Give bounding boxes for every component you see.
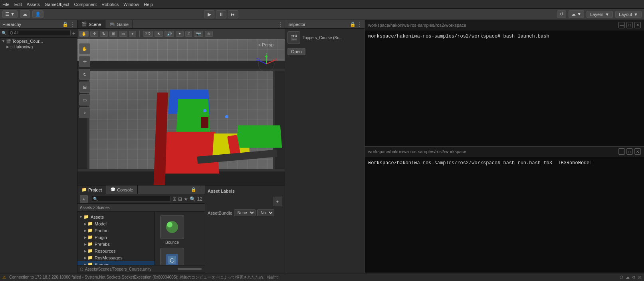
global-tool-btn[interactable]: ⌖: [79, 107, 90, 118]
hierarchy-item-label: Toppers_Cour...: [12, 39, 43, 44]
object-icon: □: [10, 45, 12, 49]
menu-item-component[interactable]: Component: [74, 2, 97, 7]
rect-tool-btn[interactable]: ▭: [79, 94, 90, 106]
asset-tree-item-assets[interactable]: ▼ 📁 Assets: [77, 213, 155, 220]
add-icon[interactable]: +: [72, 30, 75, 36]
tab-project[interactable]: 📁 Project: [77, 185, 106, 194]
more-icon[interactable]: ⋮: [199, 187, 203, 192]
persp-label: < Persp: [258, 42, 273, 47]
asset-tree-label: RosMessages: [95, 255, 123, 260]
asset-bundle-variant-dropdown[interactable]: No: [257, 209, 274, 216]
asset-tree-item-rosmessages[interactable]: ▶ 📁 RosMessages: [77, 254, 155, 261]
star-icon[interactable]: ★: [184, 196, 188, 202]
menu-item-window[interactable]: Window: [123, 2, 139, 7]
cloud-button[interactable]: ☁: [20, 10, 30, 18]
layers-chevron-icon: ▼: [605, 12, 609, 17]
menu-item-edit[interactable]: Edit: [14, 2, 22, 7]
scene-hand-tool[interactable]: ✋: [79, 31, 89, 37]
move-tool-btn[interactable]: ✛: [79, 56, 90, 67]
asset-tree-item-model[interactable]: ▶ 📁 Model: [77, 220, 155, 227]
sort-icon[interactable]: ⊟: [178, 196, 182, 202]
asset-tree-item-resources[interactable]: ▶ 📁 Resources: [77, 247, 155, 254]
account-button[interactable]: 👤: [32, 10, 44, 18]
more-icon[interactable]: ⋮: [278, 22, 283, 27]
asset-labels-content: Asset Labels + AssetBundle None No: [205, 185, 285, 219]
tab-game[interactable]: 🎮 Game: [105, 20, 133, 28]
asset-tree-item-scenes[interactable]: ▶ 📁 Scenes: [77, 261, 155, 265]
colums-icon[interactable]: ⊞: [172, 196, 176, 202]
scene-light-toggle[interactable]: ☀: [155, 31, 163, 37]
play-button[interactable]: ▶: [204, 10, 214, 18]
playmode-controls: ▶ ⏸ ⏭: [204, 10, 238, 18]
settings-icon[interactable]: ⚙: [632, 275, 636, 279]
lock-icon[interactable]: 🔒: [191, 187, 196, 192]
scene-view[interactable]: < Persp X: [77, 39, 285, 185]
add-project-button[interactable]: +: [80, 195, 88, 203]
step-button[interactable]: ⏭: [228, 10, 238, 18]
minimize-button[interactable]: —: [618, 22, 625, 28]
hand-tool-btn[interactable]: ✋: [79, 43, 90, 54]
asset-tree-label: Scenes: [95, 262, 109, 265]
menu-item-help[interactable]: Help: [144, 2, 153, 7]
undo-history-button[interactable]: ↺: [557, 10, 566, 18]
hierarchy-item-toppers[interactable]: ▼ 🎬 Toppers_Cour...: [0, 38, 77, 44]
scene-gizmos-toggle[interactable]: ⊕: [205, 31, 213, 37]
svg-point-11: [167, 222, 172, 227]
scene-scale-tool[interactable]: ⊞: [109, 31, 117, 37]
hierarchy-search-input[interactable]: [8, 30, 71, 36]
scene-rect-tool[interactable]: ▭: [119, 31, 127, 37]
cloud-icon[interactable]: ☁: [626, 275, 630, 279]
rotate-tool-btn[interactable]: ↻: [79, 69, 90, 80]
asset-bundle-dropdown[interactable]: None: [234, 209, 256, 216]
hierarchy-item-hakoniwa[interactable]: ▶ □ Hakoniwa: [5, 44, 77, 50]
asset-item-bounce[interactable]: Bounce: [158, 215, 186, 245]
unity-collab-icon[interactable]: ⬡: [620, 275, 623, 279]
folder-icon: 📁: [87, 241, 93, 247]
scene-rotate-tool[interactable]: ↻: [100, 31, 108, 37]
lock-icon[interactable]: 🔒: [62, 22, 68, 27]
hierarchy-item-label: Hakoniwa: [14, 44, 33, 49]
terminal-2-title: workspace/hakoniwa-ros-samples/ros2/work…: [368, 149, 615, 154]
add-label-button[interactable]: +: [273, 197, 282, 206]
pause-button[interactable]: ⏸: [216, 10, 226, 18]
scale-tool-btn[interactable]: ⊞: [79, 82, 90, 93]
asset-tree-item-prefabs[interactable]: ▶ 📁 Prefabs: [77, 241, 155, 247]
open-button[interactable]: Open: [287, 48, 305, 55]
lock-icon[interactable]: 🔒: [350, 22, 356, 27]
scene-audio-toggle[interactable]: 🔊: [164, 31, 174, 37]
scene-camera-toggle[interactable]: 📷: [194, 31, 203, 37]
scene-2d-toggle[interactable]: 2D: [143, 31, 153, 37]
minimize-button[interactable]: —: [618, 148, 625, 155]
more-icon[interactable]: ⋮: [70, 22, 75, 27]
asset-tree-item-photon[interactable]: ▶ 📁 Photon: [77, 227, 155, 234]
menu-item-gameobject[interactable]: GameObject: [45, 2, 69, 7]
maximize-button[interactable]: □: [626, 148, 633, 155]
gizmo[interactable]: X Y Z: [256, 53, 277, 75]
scene-grid-toggle[interactable]: #: [185, 31, 192, 37]
asset-tree-label: Photon: [95, 228, 109, 233]
project-search-input[interactable]: [91, 196, 171, 202]
menu-item-file[interactable]: File: [2, 2, 10, 7]
close-button[interactable]: ✕: [634, 148, 641, 155]
filter-icon[interactable]: 🔍 12: [190, 196, 202, 202]
menu-item-robotics[interactable]: Robotics: [101, 2, 119, 7]
more-icon[interactable]: ⋮: [357, 22, 362, 27]
layers-icon[interactable]: ◎: [638, 275, 642, 279]
hamburger-button[interactable]: ☰ ▼: [2, 10, 18, 18]
scene-move-tool[interactable]: ✛: [90, 31, 98, 37]
collab-button[interactable]: ☁ ▼: [569, 10, 584, 18]
maximize-button[interactable]: □: [626, 22, 633, 28]
terminal-2-titlebar: workspace/hakoniwa-ros-samples/ros2/work…: [365, 147, 644, 157]
asset-tree-item-plugin[interactable]: ▶ 📁 Plugin: [77, 234, 155, 241]
tab-scene[interactable]: 🎬 Scene: [77, 20, 105, 28]
asset-thumb-configuration: ⬡: [160, 248, 184, 265]
menu-item-assets[interactable]: Assets: [27, 2, 40, 7]
breadcrumb: Assets > Scenes: [80, 205, 110, 210]
tab-console[interactable]: 💬 Console: [106, 185, 137, 194]
scene-transform-tool[interactable]: ⌖: [129, 31, 136, 37]
scene-fx-toggle[interactable]: ✦: [176, 31, 184, 37]
asset-item-configuration[interactable]: ⬡ Configurati...: [158, 248, 186, 265]
layers-dropdown[interactable]: Layers ▼: [587, 11, 613, 18]
layout-dropdown[interactable]: Layout ▼: [615, 11, 642, 18]
close-button[interactable]: ✕: [634, 22, 641, 28]
